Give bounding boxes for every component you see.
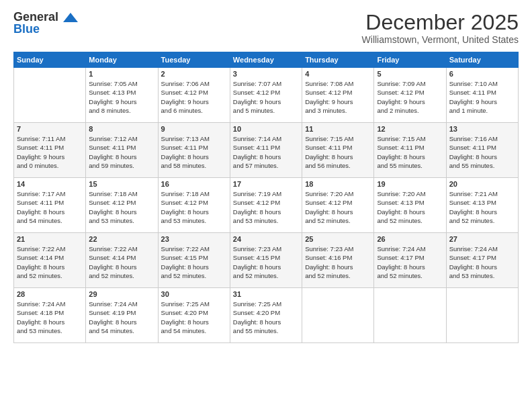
day-info: Sunrise: 7:05 AM Sunset: 4:13 PM Dayligh…: [89, 79, 154, 115]
day-number: 27: [449, 235, 515, 243]
day-info: Sunrise: 7:20 AM Sunset: 4:12 PM Dayligh…: [305, 189, 371, 225]
day-number: 25: [305, 235, 371, 243]
day-number: 29: [89, 290, 154, 298]
header: General Blue December 2025 Williamstown,…: [13, 11, 519, 45]
logo: General Blue: [13, 11, 78, 35]
week-row-1: 7Sunrise: 7:11 AM Sunset: 4:11 PM Daylig…: [14, 123, 519, 178]
day-number: 13: [449, 125, 515, 133]
day-cell: [374, 288, 446, 343]
week-row-2: 14Sunrise: 7:17 AM Sunset: 4:11 PM Dayli…: [14, 178, 519, 233]
day-cell: 24Sunrise: 7:23 AM Sunset: 4:15 PM Dayli…: [230, 233, 302, 288]
day-number: 30: [161, 290, 227, 298]
day-cell: 26Sunrise: 7:24 AM Sunset: 4:17 PM Dayli…: [374, 233, 446, 288]
day-info: Sunrise: 7:19 AM Sunset: 4:12 PM Dayligh…: [233, 189, 299, 225]
day-cell: 23Sunrise: 7:22 AM Sunset: 4:15 PM Dayli…: [158, 233, 230, 288]
day-number: 21: [17, 235, 83, 243]
day-cell: 14Sunrise: 7:17 AM Sunset: 4:11 PM Dayli…: [14, 178, 86, 233]
day-number: 17: [233, 180, 299, 188]
day-info: Sunrise: 7:15 AM Sunset: 4:11 PM Dayligh…: [377, 134, 443, 170]
day-info: Sunrise: 7:11 AM Sunset: 4:11 PM Dayligh…: [17, 134, 83, 170]
day-cell: 30Sunrise: 7:25 AM Sunset: 4:20 PM Dayli…: [158, 288, 230, 343]
day-info: Sunrise: 7:09 AM Sunset: 4:12 PM Dayligh…: [377, 79, 443, 115]
logo-blue: Blue: [13, 23, 40, 35]
day-cell: 15Sunrise: 7:18 AM Sunset: 4:12 PM Dayli…: [86, 178, 158, 233]
day-number: 8: [89, 125, 154, 133]
day-info: Sunrise: 7:24 AM Sunset: 4:18 PM Dayligh…: [17, 300, 83, 335]
day-info: Sunrise: 7:10 AM Sunset: 4:11 PM Dayligh…: [449, 79, 515, 115]
page: General Blue December 2025 Williamstown,…: [0, 0, 532, 411]
week-row-0: 1Sunrise: 7:05 AM Sunset: 4:13 PM Daylig…: [14, 68, 519, 123]
day-info: Sunrise: 7:18 AM Sunset: 4:12 PM Dayligh…: [89, 189, 154, 225]
day-number: 5: [377, 70, 443, 78]
header-tuesday: Tuesday: [158, 52, 230, 68]
day-cell: 29Sunrise: 7:24 AM Sunset: 4:19 PM Dayli…: [86, 288, 158, 343]
day-number: 20: [449, 180, 515, 188]
day-cell: 11Sunrise: 7:15 AM Sunset: 4:11 PM Dayli…: [302, 123, 374, 178]
day-info: Sunrise: 7:13 AM Sunset: 4:11 PM Dayligh…: [161, 134, 227, 170]
day-cell: 5Sunrise: 7:09 AM Sunset: 4:12 PM Daylig…: [374, 68, 446, 123]
day-info: Sunrise: 7:18 AM Sunset: 4:12 PM Dayligh…: [161, 189, 227, 225]
day-number: 2: [161, 70, 227, 78]
day-cell: 17Sunrise: 7:19 AM Sunset: 4:12 PM Dayli…: [230, 178, 302, 233]
day-info: Sunrise: 7:15 AM Sunset: 4:11 PM Dayligh…: [305, 134, 371, 170]
day-number: 12: [377, 125, 443, 133]
day-number: 15: [89, 180, 154, 188]
day-cell: [446, 288, 518, 343]
day-number: 1: [89, 70, 154, 78]
day-cell: 31Sunrise: 7:25 AM Sunset: 4:20 PM Dayli…: [230, 288, 302, 343]
day-info: Sunrise: 7:22 AM Sunset: 4:14 PM Dayligh…: [17, 244, 83, 280]
day-info: Sunrise: 7:21 AM Sunset: 4:13 PM Dayligh…: [449, 189, 515, 225]
svg-marker-0: [63, 13, 78, 22]
day-info: Sunrise: 7:24 AM Sunset: 4:17 PM Dayligh…: [377, 244, 443, 280]
day-info: Sunrise: 7:20 AM Sunset: 4:13 PM Dayligh…: [377, 189, 443, 225]
day-cell: 22Sunrise: 7:22 AM Sunset: 4:14 PM Dayli…: [86, 233, 158, 288]
day-cell: 13Sunrise: 7:16 AM Sunset: 4:11 PM Dayli…: [446, 123, 518, 178]
day-cell: [302, 288, 374, 343]
day-number: 6: [449, 70, 515, 78]
calendar-header-row: SundayMondayTuesdayWednesdayThursdayFrid…: [14, 52, 519, 68]
day-cell: 1Sunrise: 7:05 AM Sunset: 4:13 PM Daylig…: [86, 68, 158, 123]
day-info: Sunrise: 7:12 AM Sunset: 4:11 PM Dayligh…: [89, 134, 154, 170]
header-monday: Monday: [86, 52, 158, 68]
day-cell: 4Sunrise: 7:08 AM Sunset: 4:12 PM Daylig…: [302, 68, 374, 123]
day-number: 4: [305, 70, 371, 78]
header-saturday: Saturday: [446, 52, 518, 68]
day-cell: 19Sunrise: 7:20 AM Sunset: 4:13 PM Dayli…: [374, 178, 446, 233]
day-cell: 9Sunrise: 7:13 AM Sunset: 4:11 PM Daylig…: [158, 123, 230, 178]
day-cell: [14, 68, 86, 123]
day-info: Sunrise: 7:08 AM Sunset: 4:12 PM Dayligh…: [305, 79, 371, 115]
day-info: Sunrise: 7:22 AM Sunset: 4:14 PM Dayligh…: [89, 244, 154, 280]
day-number: 14: [17, 180, 83, 188]
day-number: 24: [233, 235, 299, 243]
day-number: 26: [377, 235, 443, 243]
day-cell: 27Sunrise: 7:24 AM Sunset: 4:17 PM Dayli…: [446, 233, 518, 288]
day-info: Sunrise: 7:06 AM Sunset: 4:12 PM Dayligh…: [161, 79, 227, 115]
logo-icon: [63, 13, 78, 22]
day-number: 18: [305, 180, 371, 188]
day-number: 3: [233, 70, 299, 78]
day-info: Sunrise: 7:22 AM Sunset: 4:15 PM Dayligh…: [161, 244, 227, 280]
day-number: 22: [89, 235, 154, 243]
header-friday: Friday: [374, 52, 446, 68]
day-info: Sunrise: 7:23 AM Sunset: 4:15 PM Dayligh…: [233, 244, 299, 280]
week-row-3: 21Sunrise: 7:22 AM Sunset: 4:14 PM Dayli…: [14, 233, 519, 288]
day-number: 31: [233, 290, 299, 298]
day-number: 9: [161, 125, 227, 133]
day-cell: 18Sunrise: 7:20 AM Sunset: 4:12 PM Dayli…: [302, 178, 374, 233]
day-cell: 8Sunrise: 7:12 AM Sunset: 4:11 PM Daylig…: [86, 123, 158, 178]
day-info: Sunrise: 7:14 AM Sunset: 4:11 PM Dayligh…: [233, 134, 299, 170]
header-thursday: Thursday: [302, 52, 374, 68]
day-info: Sunrise: 7:24 AM Sunset: 4:17 PM Dayligh…: [449, 244, 515, 280]
title-section: December 2025 Williamstown, Vermont, Uni…: [362, 11, 519, 45]
day-cell: 21Sunrise: 7:22 AM Sunset: 4:14 PM Dayli…: [14, 233, 86, 288]
day-cell: 12Sunrise: 7:15 AM Sunset: 4:11 PM Dayli…: [374, 123, 446, 178]
day-info: Sunrise: 7:23 AM Sunset: 4:16 PM Dayligh…: [305, 244, 371, 280]
day-info: Sunrise: 7:17 AM Sunset: 4:11 PM Dayligh…: [17, 189, 83, 225]
day-cell: 7Sunrise: 7:11 AM Sunset: 4:11 PM Daylig…: [14, 123, 86, 178]
day-cell: 10Sunrise: 7:14 AM Sunset: 4:11 PM Dayli…: [230, 123, 302, 178]
day-cell: 6Sunrise: 7:10 AM Sunset: 4:11 PM Daylig…: [446, 68, 518, 123]
month-title: December 2025: [362, 11, 519, 34]
header-sunday: Sunday: [14, 52, 86, 68]
header-wednesday: Wednesday: [230, 52, 302, 68]
day-info: Sunrise: 7:24 AM Sunset: 4:19 PM Dayligh…: [89, 300, 154, 335]
